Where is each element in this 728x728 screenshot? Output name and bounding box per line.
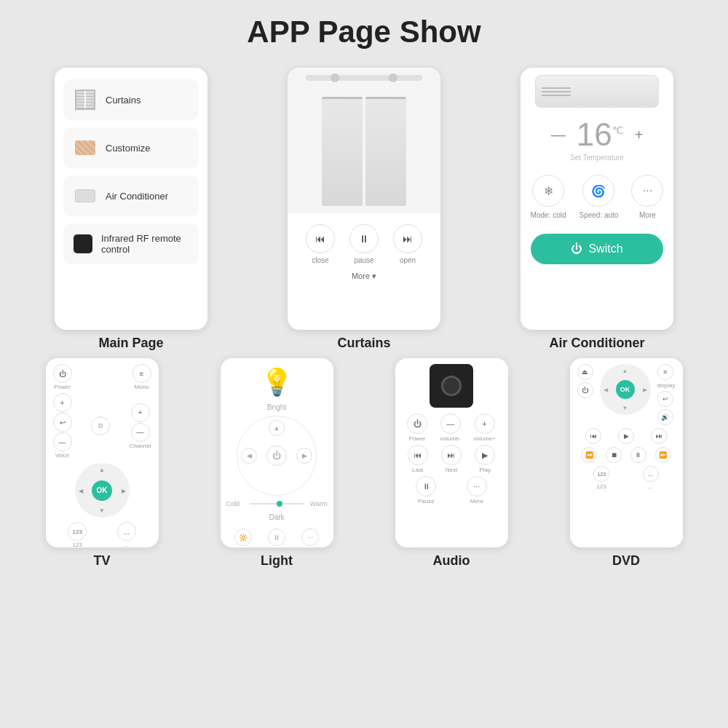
menu-item-curtains[interactable]: Curtains xyxy=(63,79,199,120)
light-ring-right-btn[interactable]: ▶ xyxy=(296,448,312,464)
ac-temp-value: 16℃ xyxy=(577,119,624,151)
dvd-dpad-down[interactable]: ▼ xyxy=(622,405,628,411)
curtain-pause-btn[interactable]: ⏸ pause xyxy=(349,224,379,264)
curtain-open-btn[interactable]: ⏭ open xyxy=(393,224,422,264)
dvd-stop-btn[interactable]: ⏹ xyxy=(606,447,622,463)
ac-phone: — 16℃ + Set Temperature ❄ Mode: cold xyxy=(521,68,673,330)
power-icon: ⏻ xyxy=(571,242,582,256)
tv-dpad[interactable]: ▲ ▼ ◀ ▶ OK xyxy=(75,463,130,518)
ac-mode-ctrl[interactable]: ❄ Mode: cold xyxy=(531,175,566,219)
audio-more-btn[interactable]: ··· More xyxy=(467,476,487,505)
tv-number-btn[interactable]: 123 xyxy=(68,522,87,541)
audio-label: Audio xyxy=(433,553,470,569)
light-bottom-btn-2[interactable]: ⏸ xyxy=(268,529,285,546)
tv-back-btn[interactable]: ↩ xyxy=(53,413,72,432)
tv-more-group: ... ... xyxy=(117,522,136,547)
tv-dpad-up[interactable]: ▲ xyxy=(99,467,105,473)
dvd-play-btn[interactable]: ▶ xyxy=(618,428,634,444)
dvd-back-btn[interactable]: ↩ xyxy=(657,391,673,407)
ac-more-ctrl[interactable]: ··· More xyxy=(631,175,663,219)
curtain-track xyxy=(306,75,422,81)
tv-more-label: ... xyxy=(124,542,129,547)
menu-item-ac[interactable]: Air Conditioner xyxy=(63,175,199,216)
dvd-bottom-row: 123 123 ... ... xyxy=(577,466,676,490)
audio-pause-btn[interactable]: ⏸ Pause xyxy=(416,476,436,505)
light-bottom-btn-1[interactable]: 🔆 xyxy=(234,529,252,546)
tv-channel-plus-btn[interactable]: + xyxy=(131,403,150,422)
dvd-eject-btn[interactable]: ⏏ xyxy=(577,364,593,380)
tv-ok-btn[interactable]: OK xyxy=(92,480,112,501)
ac-icon xyxy=(74,184,97,207)
tv-power-label: Power xyxy=(54,384,71,390)
curtains-content: ⏮ close ⏸ pause ⏭ open xyxy=(288,68,440,330)
curtain-close-btn[interactable]: ⏮ close xyxy=(306,224,335,264)
dvd-ok-btn[interactable]: OK xyxy=(616,380,635,399)
curtain-icon xyxy=(74,88,97,111)
tv-voice-label: Voice xyxy=(55,452,70,459)
vol-minus-label: volume- xyxy=(440,435,461,442)
dvd-top-row: ⏏ ⏻ ▲ ▼ ◀ ▶ OK ≡ xyxy=(577,364,676,425)
tv-dpad-down[interactable]: ▼ xyxy=(99,507,105,514)
dvd-number-label: 123 xyxy=(597,483,606,490)
light-ring[interactable]: ▲ ▶ ◀ ⏻ xyxy=(237,416,317,496)
menu-item-ir[interactable]: Infrared RF remote control xyxy=(63,223,199,264)
ac-unit-lines xyxy=(542,87,571,96)
dvd-dpad-right[interactable]: ▶ xyxy=(643,387,647,393)
dvd-left-col: ⏏ ⏻ xyxy=(577,364,593,398)
light-ring-left-btn[interactable]: ◀ xyxy=(241,448,257,464)
light-ring-top-btn[interactable]: ▲ xyxy=(269,420,285,436)
menu-item-customize[interactable]: Customize xyxy=(63,127,199,168)
dvd-power-btn[interactable]: ⏻ xyxy=(577,382,593,398)
dvd-ff-btn[interactable]: ⏩ xyxy=(655,447,671,463)
tv-power-btn[interactable]: ⏻ xyxy=(53,364,72,383)
tv-more-btn[interactable]: ... xyxy=(117,522,136,541)
dvd-menu-btn[interactable]: ≡ xyxy=(657,364,673,380)
audio-vol-minus-btn[interactable]: — volume- xyxy=(440,414,461,442)
dvd-prev-btn[interactable]: ⏮ xyxy=(585,428,601,444)
vol-plus-icon: + xyxy=(475,414,495,434)
dvd-number-btn[interactable]: 123 xyxy=(593,466,609,482)
dvd-more-label: ... xyxy=(648,483,653,490)
light-temp-slider[interactable] xyxy=(250,503,304,505)
curtain-more-btn[interactable]: More ▾ xyxy=(352,272,376,281)
audio-last-btn[interactable]: ⏮ Last xyxy=(408,445,428,473)
dvd-next-btn[interactable]: ⏭ xyxy=(651,428,667,444)
tv-dpad-right[interactable]: ▶ xyxy=(122,487,126,494)
dvd-dpad-left[interactable]: ◀ xyxy=(604,387,608,393)
tv-voice-plus-btn[interactable]: + xyxy=(53,393,72,412)
page-wrapper: APP Page Show Curtains xyxy=(0,0,728,728)
ac-speed-ctrl[interactable]: 🌀 Speed: auto xyxy=(579,175,618,219)
audio-vol-plus-btn[interactable]: + volume+ xyxy=(473,414,495,442)
dvd-more-btn[interactable]: ... xyxy=(643,466,659,482)
audio-play-btn[interactable]: ▶ Play xyxy=(475,445,495,473)
dvd-rew-btn[interactable]: ⏪ xyxy=(581,447,597,463)
pause-label: Pause xyxy=(418,498,435,505)
dvd-pause-btn[interactable]: ⏸ xyxy=(630,447,646,463)
tv-mid-row: + ↩ — Voice ⚙ + — Channel xyxy=(53,393,151,459)
tv-menu-btn[interactable]: ≡ xyxy=(132,364,151,383)
ac-line-2 xyxy=(542,91,571,92)
dvd-vol-btn[interactable]: 🔊 xyxy=(657,409,673,425)
tv-voice-minus-btn[interactable]: — xyxy=(53,432,72,451)
ac-switch-button[interactable]: ⏻ Switch xyxy=(531,234,662,264)
main-page-container: Curtains Customize Air Con xyxy=(55,68,207,351)
light-bottom-btn-3[interactable]: ··· xyxy=(301,529,319,546)
tv-menu-label: Menu xyxy=(134,384,149,390)
audio-next-btn[interactable]: ⏭ Next xyxy=(441,445,462,473)
dvd-dpad-up[interactable]: ▲ xyxy=(622,368,628,374)
dvd-dpad[interactable]: ▲ ▼ ◀ ▶ OK xyxy=(600,364,651,415)
dark-label: Dark xyxy=(269,513,284,521)
tv-phone: ⏻ Power ≡ Menu + ↩ xyxy=(46,358,159,547)
dvd-label: DVD xyxy=(612,553,640,569)
tv-center-btn[interactable]: ⚙ xyxy=(91,416,110,435)
tv-dpad-left[interactable]: ◀ xyxy=(79,487,83,494)
dvd-container: ⏏ ⏻ ▲ ▼ ◀ ▶ OK ≡ xyxy=(570,358,683,569)
ac-minus-btn[interactable]: — xyxy=(551,127,566,143)
ac-temp-row: — 16℃ + xyxy=(551,119,644,151)
tv-channel-minus-btn[interactable]: — xyxy=(131,423,150,442)
light-power-btn[interactable]: ⏻ xyxy=(266,446,287,466)
ac-plus-btn[interactable]: + xyxy=(635,127,644,143)
audio-power-btn[interactable]: ⏻ Power xyxy=(407,414,427,442)
tv-menu-group: ≡ Menu xyxy=(132,364,151,390)
audio-phone: ⏻ Power — volume- + volume+ xyxy=(395,358,508,547)
